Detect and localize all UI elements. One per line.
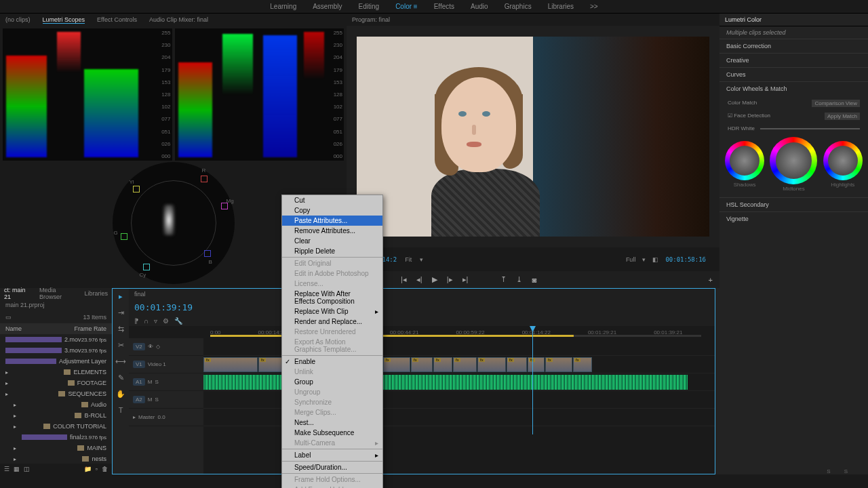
project-tab[interactable]: Libraries	[84, 290, 108, 297]
shadows-wheel[interactable]	[725, 141, 764, 180]
track-header-a2[interactable]: A2MS	[129, 391, 203, 409]
project-item[interactable]: ▸ Audio	[0, 399, 112, 410]
new-bin-icon[interactable]: 📁	[84, 466, 92, 472]
video-clip[interactable]	[573, 357, 592, 372]
section-hsl-secondary[interactable]: HSL Secondary	[719, 197, 868, 211]
menu-item-nest[interactable]: Nest...	[282, 418, 382, 428]
freeform-view-icon[interactable]: ◫	[24, 466, 30, 472]
project-item[interactable]: ▸ FOOTAGE	[0, 378, 112, 388]
trash-icon[interactable]: 🗑	[102, 466, 108, 472]
play-icon[interactable]: ▶	[432, 275, 437, 284]
pen-tool[interactable]: ✎	[116, 373, 125, 382]
hand-tool[interactable]: ✋	[116, 389, 125, 399]
program-fit-dropdown[interactable]: Fit	[405, 256, 412, 263]
menu-item-label[interactable]: Label	[282, 450, 382, 460]
project-tab[interactable]: ct: main 21	[4, 287, 31, 300]
track-header-v1[interactable]: V1Video 1	[129, 356, 203, 373]
program-tc-right[interactable]: 00:01:58:16	[665, 256, 706, 263]
list-view-icon[interactable]: ☰	[4, 466, 9, 472]
menu-item-enable[interactable]: Enable	[282, 357, 382, 367]
extract-icon[interactable]: ⤓	[516, 275, 522, 284]
new-item-icon[interactable]: ▫	[96, 466, 98, 472]
menu-item-paste-attributes[interactable]: Paste Attributes...	[282, 216, 382, 226]
project-item[interactable]: ▸ MAINS	[0, 443, 112, 453]
project-item[interactable]: ▸ ELEMENTS	[0, 367, 112, 378]
program-full[interactable]: Full	[626, 256, 636, 263]
resolution-icon[interactable]: ◧	[652, 256, 658, 263]
section-creative[interactable]: Creative	[719, 53, 868, 67]
timeline-ruler[interactable]: 0:0000:00:14:2200:00:29:2200:00:44:2100:…	[129, 326, 715, 338]
track-header-master[interactable]: ▸ Master 0.0	[129, 409, 203, 426]
project-item[interactable]: 2.mov23.976 fps	[0, 334, 112, 345]
settings-icon[interactable]: ⚙	[163, 317, 169, 325]
go-to-in-icon[interactable]: |◂	[401, 275, 407, 284]
video-clip[interactable]	[203, 357, 258, 372]
face-detection-checkbox[interactable]: ☑ Face Detection	[728, 113, 770, 120]
type-tool[interactable]: T	[116, 405, 125, 415]
step-forward-icon[interactable]: |▸	[447, 275, 453, 284]
video-clip[interactable]	[528, 357, 545, 372]
linked-selection-icon[interactable]: ∩	[144, 317, 149, 325]
scopes-tab[interactable]: Audio Clip Mixer: final	[149, 16, 208, 23]
project-item[interactable]: ▸ COLOR TUTORIAL	[0, 421, 112, 432]
menu-item-remove-attributes[interactable]: Remove Attributes...	[282, 226, 382, 236]
export-frame-icon[interactable]: ◙	[532, 276, 536, 284]
marker-icon[interactable]: ▿	[154, 317, 157, 325]
go-to-out-icon[interactable]: ▸|	[462, 275, 469, 284]
project-item[interactable]: ▸ B-ROLL	[0, 410, 112, 421]
project-item[interactable]: ▸ nests	[0, 453, 112, 464]
playhead[interactable]	[532, 326, 533, 434]
scopes-tab[interactable]: Effect Controls	[97, 16, 137, 23]
workspace-color[interactable]: Color ≡	[387, 3, 426, 10]
workspace-libraries[interactable]: Libraries	[540, 3, 582, 10]
program-viewer[interactable]	[347, 26, 719, 247]
project-item[interactable]: 3.mov23.976 fps	[0, 345, 112, 356]
menu-item-clear[interactable]: Clear	[282, 236, 382, 246]
menu-item-ripple-delete[interactable]: Ripple Delete	[282, 246, 382, 256]
hdr-white-slider[interactable]	[760, 128, 860, 129]
ripple-edit-tool[interactable]: ⇆	[116, 324, 125, 333]
menu-item-replace-with-after-effects-composition[interactable]: Replace With After Effects Composition	[282, 289, 382, 306]
workspace-graphics[interactable]: Graphics	[496, 3, 540, 10]
section-color-wheels[interactable]: Color Wheels & Match	[719, 81, 868, 96]
section-curves[interactable]: Curves	[719, 67, 868, 81]
col-framerate[interactable]: Frame Rate	[74, 325, 106, 332]
lift-icon[interactable]: ⤒	[500, 275, 507, 284]
video-clip[interactable]	[477, 357, 506, 372]
razor-tool[interactable]: ✂	[116, 340, 125, 350]
timeline-timecode[interactable]: 00:01:39:19	[129, 300, 715, 315]
selection-tool[interactable]: ▸	[116, 291, 125, 301]
track-header-a1[interactable]: A1MS	[129, 373, 203, 391]
workspace-editing[interactable]: Editing	[351, 3, 388, 10]
step-back-icon[interactable]: ◂|	[416, 275, 422, 284]
video-clip[interactable]	[545, 357, 572, 372]
video-clip[interactable]	[383, 357, 410, 372]
video-clip[interactable]	[507, 357, 527, 372]
workspace-audio[interactable]: Audio	[462, 3, 496, 10]
section-vignette[interactable]: Vignette	[719, 211, 868, 226]
menu-item-group[interactable]: Group	[282, 377, 382, 387]
comparison-view-button[interactable]: Comparison View	[812, 100, 860, 107]
menu-item-replace-with-clip[interactable]: Replace With Clip	[282, 306, 382, 317]
menu-item-render-and-replace[interactable]: Render and Replace...	[282, 317, 382, 327]
menu-item-copy[interactable]: Copy	[282, 205, 382, 216]
workspace-assembly[interactable]: Assembly	[304, 3, 350, 10]
project-item[interactable]: ▸ SEQUENCES	[0, 388, 112, 399]
highlights-wheel[interactable]	[823, 141, 863, 180]
add-button-icon[interactable]: +	[709, 276, 713, 284]
video-clip[interactable]	[411, 357, 433, 372]
video-clip[interactable]	[433, 357, 452, 372]
filter-icon[interactable]: ▭	[5, 314, 12, 321]
chevron-down-icon[interactable]: ▾	[642, 256, 646, 263]
scopes-tab[interactable]: (no clips)	[5, 16, 31, 23]
track-header-v2[interactable]: V2👁◇	[129, 338, 203, 356]
apply-match-button[interactable]: Apply Match	[825, 113, 860, 120]
workspace-overflow[interactable]: >>	[582, 3, 606, 10]
workspace-learning[interactable]: Learning	[262, 3, 304, 10]
chevron-down-icon[interactable]: ▾	[420, 256, 423, 263]
scopes-tab[interactable]: Lumetri Scopes	[43, 16, 85, 24]
midtones-wheel[interactable]	[770, 137, 817, 184]
wrench-icon[interactable]: 🔧	[174, 317, 182, 325]
workspace-effects[interactable]: Effects	[426, 3, 462, 10]
menu-item-make-subsequence[interactable]: Make Subsequence	[282, 428, 382, 438]
